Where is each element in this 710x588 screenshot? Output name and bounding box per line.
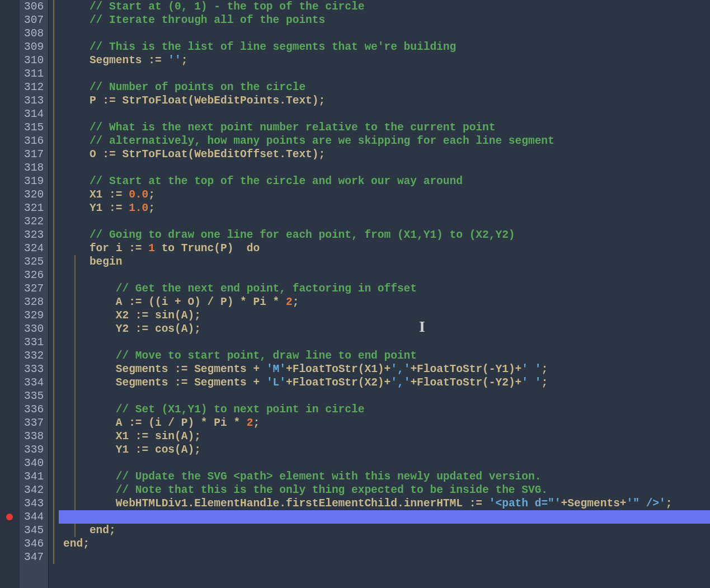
code-line[interactable]: // Set (X1,Y1) to next point in circle	[63, 403, 710, 416]
code-line[interactable]: Segments := '';	[63, 54, 710, 67]
token-comment: // Iterate through all of the points	[90, 14, 325, 26]
code-line[interactable]	[63, 457, 710, 470]
fold-gutter[interactable]	[49, 0, 61, 588]
token-comment: // Start at the top of the circle and wo…	[90, 175, 463, 187]
token-num: 2	[286, 296, 293, 308]
token-func: FloatToStr	[293, 377, 358, 389]
line-number: 337	[24, 416, 44, 430]
code-line[interactable]	[63, 27, 710, 40]
token-id: Pi	[214, 417, 227, 429]
token-punct: .	[187, 497, 194, 510]
token-id: A	[181, 323, 188, 335]
line-number: 307	[24, 13, 44, 27]
breakpoint-icon[interactable]	[6, 514, 13, 520]
code-line[interactable]: Y1 := 1.0;	[63, 201, 710, 215]
code-line[interactable]: A := ((i + O) / P) * Pi * 2;	[63, 295, 710, 309]
code-line[interactable]: O := StrToFLoat(WebEditOffset.Text);	[63, 148, 710, 161]
line-number: 314	[24, 107, 44, 121]
code-line[interactable]: // Get the next end point, factoring in …	[63, 282, 710, 295]
line-number: 313	[24, 94, 44, 107]
code-line[interactable]: // Update the SVG <path> element with th…	[63, 470, 710, 483]
code-line[interactable]: X2 := sin(A);	[63, 309, 710, 322]
token-punct: );	[187, 430, 200, 443]
code-line[interactable]	[63, 161, 710, 175]
code-line[interactable]: // Move to start point, draw line to end…	[63, 349, 710, 363]
code-line[interactable]: WebHTMLDiv1.ElementHandle.firstElementCh…	[63, 497, 710, 510]
line-number-gutter[interactable]: 3063073083093103113123133143153163173183…	[20, 0, 49, 588]
code-line[interactable]: Y2 := cos(A);	[63, 322, 710, 336]
code-line[interactable]	[63, 510, 710, 524]
token-punct: );	[312, 95, 325, 107]
token-punct: :=	[135, 444, 155, 456]
line-number: 322	[24, 215, 44, 228]
token-id: X1	[116, 430, 135, 443]
token-punct: )+	[509, 377, 521, 389]
code-line[interactable]: // What is the next point number relativ…	[63, 121, 710, 134]
code-line[interactable]: // Iterate through all of the points	[63, 13, 710, 27]
code-line[interactable]	[63, 389, 710, 403]
token-punct: ;	[148, 189, 155, 201]
token-punct: (	[187, 95, 194, 107]
code-line[interactable]: // Number of points on the circle	[63, 81, 710, 94]
code-line[interactable]	[63, 215, 710, 228]
token-punct: ) /	[194, 296, 220, 308]
token-id: Y1	[496, 363, 509, 375]
code-line[interactable]: // This is the list of line segments tha…	[63, 40, 710, 54]
token-id: WebEditOffset	[194, 148, 279, 161]
code-line[interactable]: Y1 := cos(A);	[63, 443, 710, 457]
code-line[interactable]	[63, 107, 710, 121]
token-punct: );	[187, 323, 200, 335]
code-line[interactable]	[63, 551, 710, 564]
token-kw: end	[90, 524, 109, 537]
code-line[interactable]: end;	[63, 524, 710, 537]
code-line[interactable]	[63, 269, 710, 282]
line-number: 315	[24, 121, 44, 134]
token-id: Segments	[567, 497, 620, 510]
token-punct: ;	[83, 538, 90, 550]
token-comment: // This is the list of line segments tha…	[90, 41, 456, 53]
token-str: 'M'	[266, 363, 286, 375]
code-line[interactable]: Segments := Segments + 'L'+FloatToStr(X2…	[63, 376, 710, 389]
token-kw: for	[90, 242, 116, 255]
line-number: 345	[24, 524, 44, 537]
token-punct: ;	[293, 296, 299, 308]
token-num: 1	[148, 242, 155, 255]
token-kw: end	[63, 538, 83, 550]
token-punct: :=	[102, 148, 122, 161]
code-line[interactable]: end;	[63, 537, 710, 551]
token-id: X2	[364, 377, 377, 389]
line-number: 327	[24, 282, 44, 295]
code-line[interactable]: X1 := 0.0;	[63, 188, 710, 201]
code-line[interactable]: // Note that this is the only thing expe…	[63, 483, 710, 497]
code-line[interactable]: // Start at (0, 1) - the top of the circ…	[63, 0, 710, 13]
token-id: WebEditPoints	[194, 95, 279, 107]
token-func: FloatToStr	[417, 363, 482, 375]
token-num: 0.0	[129, 189, 148, 201]
code-line[interactable]: Segments := Segments + 'M'+FloatToStr(X1…	[63, 363, 710, 376]
code-line[interactable]: // alternatively, how many points are we…	[63, 134, 710, 148]
token-punct: (	[175, 430, 181, 443]
token-id: A	[181, 309, 188, 322]
breakpoint-gutter[interactable]	[0, 0, 20, 588]
token-punct: .	[397, 497, 404, 510]
token-func: cos	[155, 444, 175, 456]
line-number: 316	[24, 134, 44, 148]
code-line[interactable]	[63, 336, 710, 349]
token-id: Text	[286, 148, 312, 161]
token-id: ElementHandle	[194, 497, 279, 510]
code-editor[interactable]: 3063073083093103113123133143153163173183…	[0, 0, 710, 588]
token-comment: // alternatively, how many points are we…	[90, 135, 554, 147]
code-line[interactable]: // Going to draw one line for each point…	[63, 228, 710, 242]
code-line[interactable]	[63, 67, 710, 81]
token-id: A	[181, 430, 188, 443]
code-line[interactable]: // Start at the top of the circle and wo…	[63, 175, 710, 188]
token-punct: :=	[175, 363, 194, 375]
code-line[interactable]: begin	[63, 255, 710, 269]
code-line[interactable]: for i := 1 to Trunc(P) do	[63, 242, 710, 255]
code-line[interactable]: A := (i / P) * Pi * 2;	[63, 416, 710, 430]
code-area[interactable]: I // Start at (0, 1) - the top of the ci…	[61, 0, 710, 588]
code-line[interactable]: P := StrToFloat(WebEditPoints.Text);	[63, 94, 710, 107]
token-comment: // Going to draw one line for each point…	[90, 229, 515, 241]
token-punct: ) *	[187, 417, 214, 429]
code-line[interactable]: X1 := sin(A);	[63, 430, 710, 443]
